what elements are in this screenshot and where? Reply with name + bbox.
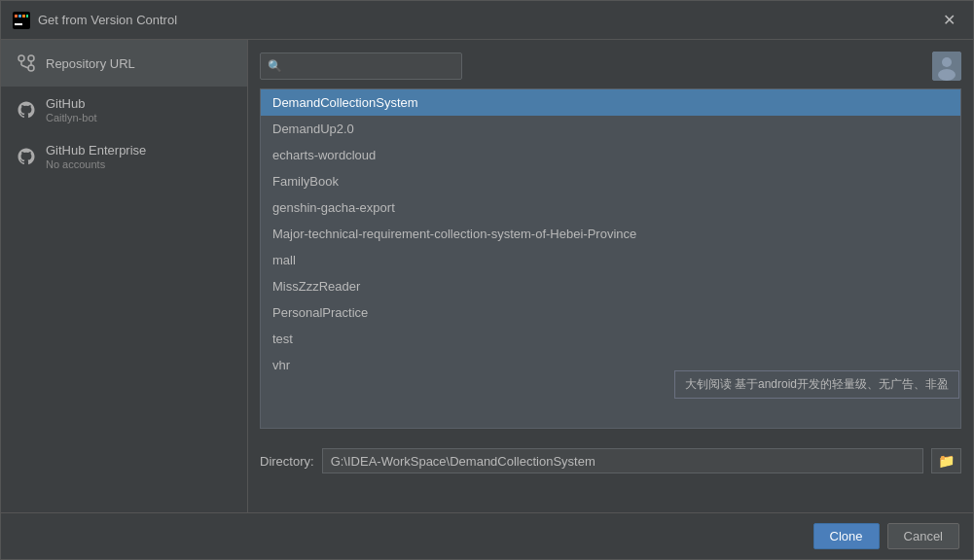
sidebar-github-subtitle: Caitlyn-bot — [46, 112, 97, 123]
close-button[interactable]: ✕ — [937, 9, 961, 31]
svg-rect-4 — [22, 15, 25, 18]
list-item[interactable]: FamilyBook — [261, 168, 960, 194]
list-item[interactable]: genshin-gacha-export — [261, 194, 960, 221]
actions-row: Clone Cancel — [1, 512, 973, 559]
sidebar-github-enterprise-subtitle: No accounts — [46, 158, 146, 170]
sidebar-github-enterprise-label: GitHub Enterprise — [46, 143, 146, 158]
sidebar-item-repository-url[interactable]: Repository URL — [1, 40, 247, 87]
git-icon — [17, 53, 36, 73]
svg-point-8 — [28, 55, 34, 61]
list-item[interactable]: DemandUp2.0 — [261, 116, 960, 142]
search-icon: 🔍 — [268, 59, 282, 73]
svg-rect-1 — [15, 23, 22, 25]
list-item[interactable]: MissZzzReader — [261, 273, 960, 299]
svg-line-10 — [21, 65, 28, 68]
sidebar: Repository URL GitHub Caitlyn-bot — [1, 40, 248, 512]
list-item[interactable]: mall — [261, 247, 960, 273]
svg-rect-2 — [15, 15, 18, 18]
svg-rect-5 — [26, 15, 28, 18]
folder-icon: 📁 — [938, 453, 955, 469]
svg-point-14 — [938, 69, 956, 81]
directory-row: Directory: 📁 — [260, 440, 961, 473]
directory-label: Directory: — [260, 454, 314, 469]
list-item[interactable]: echarts-wordcloud — [261, 142, 960, 168]
sidebar-github-enterprise-content: GitHub Enterprise No accounts — [46, 143, 146, 170]
github-enterprise-icon — [17, 147, 36, 166]
list-item[interactable]: PersonalPractice — [261, 299, 960, 326]
dialog: Get from Version Control ✕ Repository UR… — [0, 0, 974, 560]
title-bar-left: Get from Version Control — [13, 12, 177, 29]
main-content: 🔍 DemandCollectionSystemDemandUp2.0echar — [248, 40, 973, 512]
folder-browse-button[interactable]: 📁 — [931, 448, 961, 473]
directory-input[interactable] — [322, 448, 923, 473]
svg-rect-3 — [18, 15, 21, 18]
search-wrapper: 🔍 — [260, 52, 924, 80]
list-item[interactable]: Major-technical-requirement-collection-s… — [261, 221, 960, 247]
svg-point-7 — [28, 65, 34, 71]
title-bar: Get from Version Control ✕ — [1, 1, 973, 40]
dialog-title: Get from Version Control — [38, 13, 177, 27]
github-icon — [17, 100, 36, 120]
content-area: Repository URL GitHub Caitlyn-bot — [1, 40, 973, 512]
svg-rect-0 — [13, 12, 30, 29]
tooltip: 大钊阅读 基于android开发的轻量级、无广告、非盈 — [674, 370, 959, 399]
clone-button[interactable]: Clone — [813, 523, 880, 549]
search-input[interactable] — [260, 52, 462, 80]
sidebar-repository-url-label: Repository URL — [46, 56, 135, 71]
user-avatar — [932, 52, 961, 81]
svg-point-13 — [942, 57, 952, 67]
intellij-logo-icon — [13, 12, 30, 29]
avatar-image — [932, 52, 961, 81]
sidebar-github-label: GitHub — [46, 96, 97, 111]
list-item[interactable]: DemandCollectionSystem — [261, 89, 960, 116]
sidebar-repository-url-content: Repository URL — [46, 56, 135, 71]
list-item[interactable]: test — [261, 326, 960, 352]
app-logo — [13, 12, 30, 29]
sidebar-item-github-enterprise[interactable]: GitHub Enterprise No accounts — [1, 133, 247, 180]
sidebar-github-content: GitHub Caitlyn-bot — [46, 96, 97, 123]
search-row: 🔍 — [260, 52, 961, 81]
cancel-button[interactable]: Cancel — [887, 523, 959, 549]
sidebar-item-github[interactable]: GitHub Caitlyn-bot — [1, 87, 247, 133]
svg-point-6 — [18, 55, 24, 61]
avatar[interactable] — [932, 52, 961, 81]
